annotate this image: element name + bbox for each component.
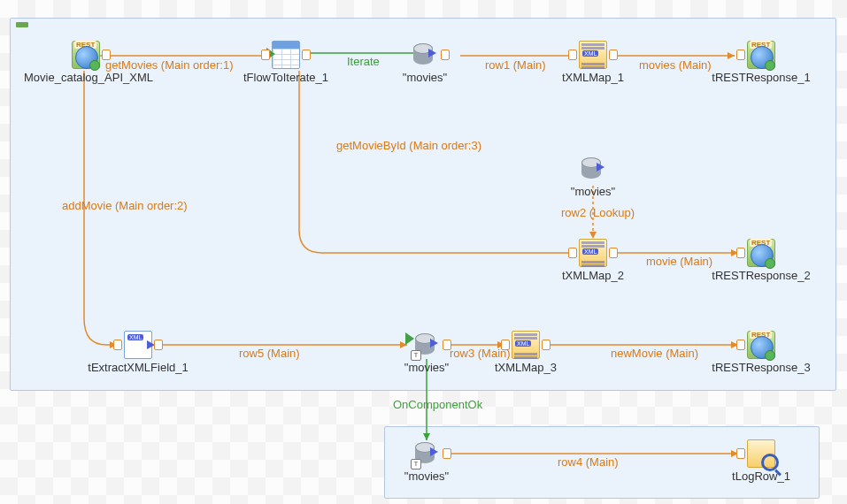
link-label-newmovie: newMovie (Main): [611, 347, 698, 360]
database-icon: [411, 41, 439, 69]
collapse-icon[interactable]: [16, 22, 28, 27]
node-label: tRESTResponse_2: [699, 269, 823, 282]
node-label: "movies": [549, 185, 637, 198]
node-label: Movie_catalog_API_XML: [24, 71, 148, 84]
node-trestresponse-2[interactable]: tRESTResponse_2: [699, 239, 823, 282]
node-label: tRESTResponse_3: [699, 361, 823, 374]
node-label: tLogRow_1: [699, 470, 823, 483]
xml-map-icon: [512, 331, 540, 359]
link-label-getmoviebyid: getMovieById (Main order:3): [336, 139, 481, 152]
link-label-movies: movies (Main): [639, 58, 712, 72]
link-label-row3: row3 (Main): [450, 347, 511, 360]
flow-to-iterate-icon: [272, 41, 300, 69]
node-trestresponse-1[interactable]: tRESTResponse_1: [699, 41, 823, 84]
link-label-row1: row1 (Main): [485, 58, 546, 72]
link-label-movie: movie (Main): [646, 255, 712, 268]
node-label: tXMLMap_2: [531, 269, 655, 282]
node-movies-1[interactable]: "movies": [381, 41, 469, 84]
node-label: "movies": [382, 470, 471, 483]
node-label: tFlowToIterate_1: [224, 71, 348, 84]
link-label-getmovies: getMovies (Main order:1): [105, 58, 234, 72]
node-label: tRESTResponse_1: [699, 71, 823, 84]
logrow-icon: [747, 439, 775, 468]
node-movies-4[interactable]: T "movies": [382, 439, 471, 483]
node-label: tExtractXMLField_1: [76, 361, 200, 374]
node-textractxmlfield-1[interactable]: tExtractXMLField_1: [76, 331, 200, 374]
node-trestresponse-3[interactable]: tRESTResponse_3: [699, 331, 823, 374]
link-label-row5: row5 (Main): [239, 347, 300, 360]
node-tflowtoiterate-1[interactable]: tFlowToIterate_1: [224, 41, 348, 84]
node-txmlmap-2[interactable]: tXMLMap_2: [531, 239, 655, 282]
node-label: tXMLMap_3: [464, 361, 588, 374]
node-movies-2[interactable]: "movies": [549, 155, 637, 198]
node-label: "movies": [382, 361, 471, 374]
node-label: tXMLMap_1: [531, 71, 655, 84]
database-icon: T: [412, 439, 441, 468]
database-icon: T: [412, 331, 441, 359]
link-label-oncomponentok: OnComponentOk: [393, 398, 482, 411]
link-label-addmovie: addMovie (Main order:2): [62, 199, 188, 212]
node-label: "movies": [381, 71, 469, 84]
rest-response-icon: [747, 239, 775, 267]
node-txmlmap-1[interactable]: tXMLMap_1: [531, 41, 655, 84]
database-icon: [579, 155, 607, 183]
extract-xml-icon: [124, 331, 152, 359]
rest-response-icon: [747, 331, 775, 359]
xml-map-icon: [579, 41, 607, 69]
xml-map-icon: [579, 239, 607, 267]
rest-response-icon: [747, 41, 775, 69]
link-label-iterate: Iterate: [347, 55, 380, 68]
link-label-row4: row4 (Main): [558, 455, 619, 469]
link-label-row2: row2 (Lookup): [561, 206, 635, 219]
node-tlogrow-1[interactable]: tLogRow_1: [699, 439, 823, 483]
rest-request-icon: [72, 41, 100, 69]
